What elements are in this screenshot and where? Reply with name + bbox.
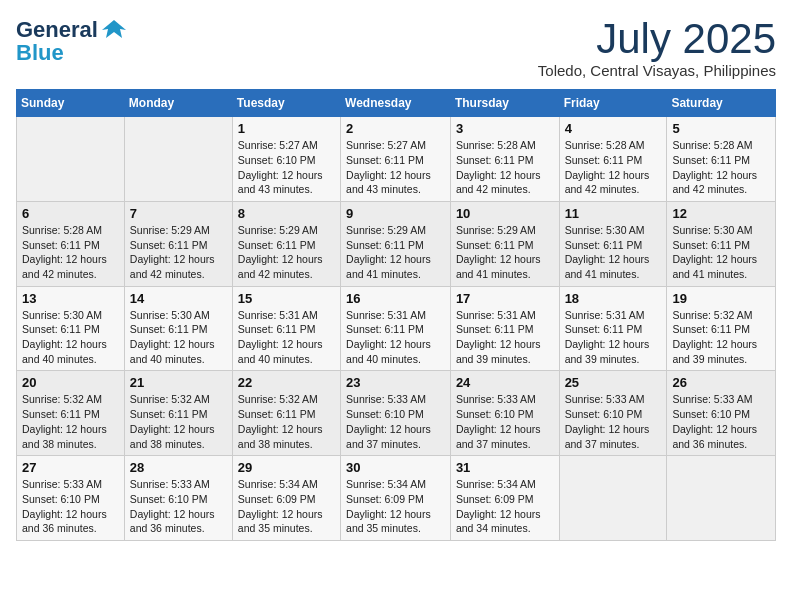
calendar-cell: 9Sunrise: 5:29 AMSunset: 6:11 PMDaylight… [341,201,451,286]
weekday-header: Wednesday [341,90,451,117]
calendar-cell: 18Sunrise: 5:31 AMSunset: 6:11 PMDayligh… [559,286,667,371]
day-number: 16 [346,291,445,306]
logo-blue-text: Blue [16,40,64,66]
day-number: 11 [565,206,662,221]
page-header: General Blue July 2025 Toledo, Central V… [16,16,776,79]
day-info: Sunrise: 5:31 AMSunset: 6:11 PMDaylight:… [456,308,554,367]
day-info: Sunrise: 5:33 AMSunset: 6:10 PMDaylight:… [346,392,445,451]
day-info: Sunrise: 5:31 AMSunset: 6:11 PMDaylight:… [565,308,662,367]
calendar-cell: 17Sunrise: 5:31 AMSunset: 6:11 PMDayligh… [450,286,559,371]
day-info: Sunrise: 5:29 AMSunset: 6:11 PMDaylight:… [130,223,227,282]
weekday-header: Sunday [17,90,125,117]
day-info: Sunrise: 5:32 AMSunset: 6:11 PMDaylight:… [672,308,770,367]
day-info: Sunrise: 5:28 AMSunset: 6:11 PMDaylight:… [672,138,770,197]
calendar-cell: 31Sunrise: 5:34 AMSunset: 6:09 PMDayligh… [450,456,559,541]
day-number: 26 [672,375,770,390]
day-number: 2 [346,121,445,136]
day-info: Sunrise: 5:32 AMSunset: 6:11 PMDaylight:… [238,392,335,451]
day-info: Sunrise: 5:33 AMSunset: 6:10 PMDaylight:… [22,477,119,536]
calendar-cell: 24Sunrise: 5:33 AMSunset: 6:10 PMDayligh… [450,371,559,456]
day-info: Sunrise: 5:29 AMSunset: 6:11 PMDaylight:… [238,223,335,282]
weekday-header: Monday [124,90,232,117]
calendar-cell: 22Sunrise: 5:32 AMSunset: 6:11 PMDayligh… [232,371,340,456]
day-number: 5 [672,121,770,136]
weekday-header: Friday [559,90,667,117]
day-number: 6 [22,206,119,221]
day-number: 20 [22,375,119,390]
day-info: Sunrise: 5:34 AMSunset: 6:09 PMDaylight:… [456,477,554,536]
day-number: 24 [456,375,554,390]
calendar-cell: 29Sunrise: 5:34 AMSunset: 6:09 PMDayligh… [232,456,340,541]
calendar-cell: 13Sunrise: 5:30 AMSunset: 6:11 PMDayligh… [17,286,125,371]
day-info: Sunrise: 5:33 AMSunset: 6:10 PMDaylight:… [672,392,770,451]
day-number: 10 [456,206,554,221]
day-number: 19 [672,291,770,306]
calendar-cell: 16Sunrise: 5:31 AMSunset: 6:11 PMDayligh… [341,286,451,371]
day-info: Sunrise: 5:31 AMSunset: 6:11 PMDaylight:… [346,308,445,367]
day-number: 12 [672,206,770,221]
logo-bird-icon [100,16,128,44]
day-number: 14 [130,291,227,306]
calendar-cell: 19Sunrise: 5:32 AMSunset: 6:11 PMDayligh… [667,286,776,371]
calendar-cell: 28Sunrise: 5:33 AMSunset: 6:10 PMDayligh… [124,456,232,541]
logo: General Blue [16,16,128,66]
day-info: Sunrise: 5:32 AMSunset: 6:11 PMDaylight:… [130,392,227,451]
calendar-cell [667,456,776,541]
day-info: Sunrise: 5:34 AMSunset: 6:09 PMDaylight:… [346,477,445,536]
day-info: Sunrise: 5:28 AMSunset: 6:11 PMDaylight:… [22,223,119,282]
day-number: 28 [130,460,227,475]
day-info: Sunrise: 5:28 AMSunset: 6:11 PMDaylight:… [565,138,662,197]
day-number: 21 [130,375,227,390]
calendar-cell [17,117,125,202]
day-info: Sunrise: 5:30 AMSunset: 6:11 PMDaylight:… [22,308,119,367]
day-number: 23 [346,375,445,390]
day-info: Sunrise: 5:32 AMSunset: 6:11 PMDaylight:… [22,392,119,451]
calendar-cell: 6Sunrise: 5:28 AMSunset: 6:11 PMDaylight… [17,201,125,286]
weekday-header: Tuesday [232,90,340,117]
calendar-cell: 10Sunrise: 5:29 AMSunset: 6:11 PMDayligh… [450,201,559,286]
day-info: Sunrise: 5:30 AMSunset: 6:11 PMDaylight:… [565,223,662,282]
calendar-cell: 14Sunrise: 5:30 AMSunset: 6:11 PMDayligh… [124,286,232,371]
day-number: 22 [238,375,335,390]
day-number: 30 [346,460,445,475]
day-number: 3 [456,121,554,136]
calendar-week-row: 6Sunrise: 5:28 AMSunset: 6:11 PMDaylight… [17,201,776,286]
day-info: Sunrise: 5:34 AMSunset: 6:09 PMDaylight:… [238,477,335,536]
day-number: 7 [130,206,227,221]
day-info: Sunrise: 5:27 AMSunset: 6:11 PMDaylight:… [346,138,445,197]
day-number: 15 [238,291,335,306]
day-number: 17 [456,291,554,306]
day-info: Sunrise: 5:31 AMSunset: 6:11 PMDaylight:… [238,308,335,367]
day-info: Sunrise: 5:29 AMSunset: 6:11 PMDaylight:… [346,223,445,282]
title-block: July 2025 Toledo, Central Visayas, Phili… [538,16,776,79]
calendar-cell [124,117,232,202]
day-info: Sunrise: 5:29 AMSunset: 6:11 PMDaylight:… [456,223,554,282]
calendar-cell [559,456,667,541]
calendar-week-row: 27Sunrise: 5:33 AMSunset: 6:10 PMDayligh… [17,456,776,541]
day-number: 8 [238,206,335,221]
day-info: Sunrise: 5:27 AMSunset: 6:10 PMDaylight:… [238,138,335,197]
day-number: 18 [565,291,662,306]
day-number: 13 [22,291,119,306]
day-number: 25 [565,375,662,390]
calendar-cell: 21Sunrise: 5:32 AMSunset: 6:11 PMDayligh… [124,371,232,456]
weekday-header: Thursday [450,90,559,117]
calendar-header-row: SundayMondayTuesdayWednesdayThursdayFrid… [17,90,776,117]
day-number: 31 [456,460,554,475]
day-info: Sunrise: 5:33 AMSunset: 6:10 PMDaylight:… [130,477,227,536]
day-info: Sunrise: 5:28 AMSunset: 6:11 PMDaylight:… [456,138,554,197]
calendar-cell: 7Sunrise: 5:29 AMSunset: 6:11 PMDaylight… [124,201,232,286]
calendar-cell: 26Sunrise: 5:33 AMSunset: 6:10 PMDayligh… [667,371,776,456]
month-title: July 2025 [538,16,776,62]
day-info: Sunrise: 5:30 AMSunset: 6:11 PMDaylight:… [130,308,227,367]
calendar-cell: 15Sunrise: 5:31 AMSunset: 6:11 PMDayligh… [232,286,340,371]
svg-marker-0 [102,20,126,38]
calendar-cell: 8Sunrise: 5:29 AMSunset: 6:11 PMDaylight… [232,201,340,286]
calendar-cell: 20Sunrise: 5:32 AMSunset: 6:11 PMDayligh… [17,371,125,456]
day-number: 1 [238,121,335,136]
day-number: 9 [346,206,445,221]
calendar-cell: 23Sunrise: 5:33 AMSunset: 6:10 PMDayligh… [341,371,451,456]
calendar-cell: 1Sunrise: 5:27 AMSunset: 6:10 PMDaylight… [232,117,340,202]
calendar-cell: 2Sunrise: 5:27 AMSunset: 6:11 PMDaylight… [341,117,451,202]
calendar-cell: 11Sunrise: 5:30 AMSunset: 6:11 PMDayligh… [559,201,667,286]
